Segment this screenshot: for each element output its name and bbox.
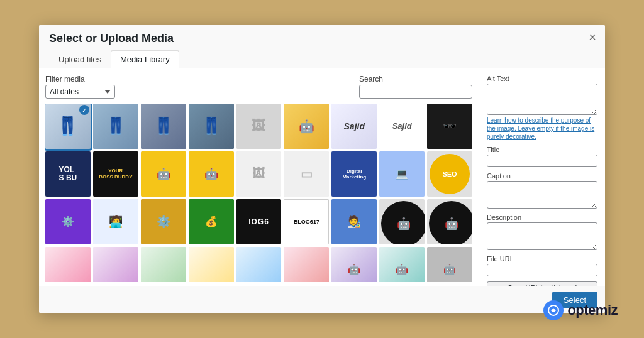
media-item[interactable]: Sajid bbox=[331, 104, 377, 149]
media-item[interactable] bbox=[93, 247, 138, 282]
tab-upload-files[interactable]: Upload files bbox=[49, 50, 111, 68]
media-item[interactable] bbox=[236, 247, 282, 282]
file-url-label: File URL bbox=[487, 255, 597, 263]
media-item[interactable]: 👖 bbox=[141, 104, 186, 149]
media-item[interactable]: 💻 bbox=[379, 151, 425, 197]
dialog-footer: Select bbox=[39, 286, 605, 313]
search-input[interactable] bbox=[359, 85, 472, 99]
dialog-title: Select or Upload Media bbox=[49, 32, 174, 45]
media-item[interactable]: SEO bbox=[427, 151, 472, 197]
media-item[interactable]: 👖 ✓ bbox=[45, 104, 91, 149]
media-panel: Filter media All dates January 2024 Febr… bbox=[39, 68, 479, 286]
tab-media-library[interactable]: Media Library bbox=[111, 50, 179, 68]
media-item[interactable]: YOURBOSS BUDDY bbox=[93, 151, 138, 197]
close-button[interactable]: × bbox=[589, 31, 596, 43]
media-item[interactable]: ⚙️ bbox=[141, 199, 186, 244]
dialog-header: Select or Upload Media × Upload files Me… bbox=[39, 25, 605, 68]
title-field: Title c2572aa7-50e6-4759-b3t bbox=[487, 146, 597, 167]
alt-text-link[interactable]: Learn how to describe the purpose of the… bbox=[487, 116, 597, 141]
media-item[interactable] bbox=[284, 247, 329, 282]
media-item[interactable]: 🤖 bbox=[189, 151, 234, 197]
media-item[interactable]: 🧑‍🎨 bbox=[331, 199, 377, 244]
search-label: Search bbox=[359, 75, 472, 84]
media-item[interactable]: YOLS BU bbox=[45, 151, 91, 197]
tab-bar: Upload files Media Library bbox=[49, 50, 595, 68]
filter-group: Filter media All dates January 2024 Febr… bbox=[45, 75, 115, 99]
media-item[interactable]: 🤖 bbox=[379, 199, 425, 244]
media-item[interactable]: 🕶️ bbox=[427, 104, 472, 149]
media-grid: 👖 ✓ 👖 👖 bbox=[45, 104, 472, 282]
title-input[interactable]: c2572aa7-50e6-4759-b3t bbox=[487, 155, 597, 167]
media-item[interactable]: 🤖 bbox=[284, 104, 329, 149]
media-item[interactable]: 🖼 bbox=[236, 151, 282, 197]
media-item[interactable] bbox=[45, 247, 91, 282]
optemiz-logo: optemiz bbox=[543, 300, 618, 320]
media-item[interactable]: 🤖 bbox=[331, 247, 377, 282]
optemiz-text: optemiz bbox=[567, 302, 618, 319]
caption-input[interactable] bbox=[487, 181, 597, 209]
description-input[interactable] bbox=[487, 222, 597, 250]
media-item[interactable] bbox=[189, 247, 234, 282]
alt-text-input[interactable] bbox=[487, 84, 597, 115]
media-grid-wrapper[interactable]: 👖 ✓ 👖 👖 bbox=[45, 104, 472, 282]
filter-select[interactable]: All dates January 2024 February 2024 bbox=[45, 85, 115, 99]
title-label: Title bbox=[487, 146, 597, 153]
alt-text-field: Alt Text Learn how to describe the purpo… bbox=[487, 75, 597, 141]
description-field: Description bbox=[487, 214, 597, 250]
selected-check: ✓ bbox=[79, 105, 89, 115]
media-item[interactable]: 🤖 bbox=[427, 247, 472, 282]
search-group: Search bbox=[359, 75, 472, 99]
media-item[interactable]: BLOG617 bbox=[284, 199, 329, 244]
file-url-field: File URL http://alsajid.web617.com bbox=[487, 255, 597, 276]
media-item[interactable]: 🤖 bbox=[141, 151, 186, 197]
media-item[interactable]: ▭ bbox=[284, 151, 329, 197]
media-item[interactable] bbox=[141, 247, 186, 282]
media-item[interactable]: lOG6 bbox=[236, 199, 282, 244]
media-item[interactable]: 👖 bbox=[93, 104, 138, 149]
filter-label: Filter media bbox=[45, 75, 115, 84]
media-item[interactable]: 💰 bbox=[189, 199, 234, 244]
media-item[interactable]: Sajid bbox=[379, 104, 425, 149]
sidebar: Alt Text Learn how to describe the purpo… bbox=[479, 68, 605, 286]
media-item[interactable]: ⚙️ bbox=[45, 199, 91, 244]
media-item[interactable]: 🤖 bbox=[379, 247, 425, 282]
media-item[interactable]: 🧑‍💻 bbox=[93, 199, 138, 244]
media-upload-dialog: Select or Upload Media × Upload files Me… bbox=[39, 25, 605, 313]
description-label: Description bbox=[487, 214, 597, 221]
dialog-body: Filter media All dates January 2024 Febr… bbox=[39, 68, 605, 286]
optemiz-icon bbox=[543, 300, 564, 320]
caption-field: Caption bbox=[487, 172, 597, 209]
file-url-input[interactable]: http://alsajid.web617.com bbox=[487, 264, 597, 276]
media-item[interactable]: 👖 bbox=[189, 104, 234, 149]
copy-url-button[interactable]: Copy URL to clipboard bbox=[487, 281, 597, 286]
media-toolbar: Filter media All dates January 2024 Febr… bbox=[45, 75, 472, 99]
media-item[interactable]: DigitalMarketing bbox=[331, 151, 377, 197]
media-item[interactable]: 🤖 bbox=[427, 199, 472, 244]
alt-text-label: Alt Text bbox=[487, 75, 597, 82]
caption-label: Caption bbox=[487, 172, 597, 180]
media-item[interactable]: 🖼 bbox=[236, 104, 282, 149]
